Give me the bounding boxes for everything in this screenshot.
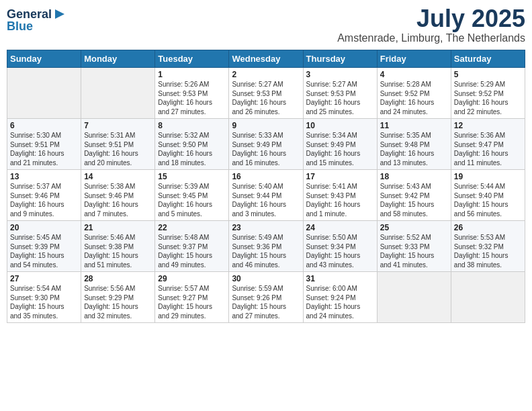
day-number: 28 — [84, 274, 152, 283]
day-number: 16 — [232, 172, 300, 181]
day-info: Sunrise: 5:34 AM Sunset: 9:49 PM Dayligh… — [306, 131, 374, 167]
calendar-cell — [451, 272, 525, 323]
day-number: 14 — [84, 172, 152, 181]
calendar-cell: 10Sunrise: 5:34 AM Sunset: 9:49 PM Dayli… — [303, 119, 377, 170]
calendar-cell: 13Sunrise: 5:37 AM Sunset: 9:46 PM Dayli… — [7, 170, 81, 221]
day-of-week-header: Thursday — [303, 50, 377, 68]
calendar-cell: 7Sunrise: 5:31 AM Sunset: 9:51 PM Daylig… — [81, 119, 155, 170]
day-info: Sunrise: 5:33 AM Sunset: 9:49 PM Dayligh… — [232, 131, 300, 167]
day-number: 25 — [380, 223, 448, 232]
day-number: 30 — [232, 274, 300, 283]
calendar-cell: 4Sunrise: 5:28 AM Sunset: 9:52 PM Daylig… — [377, 68, 451, 119]
calendar-cell: 30Sunrise: 5:59 AM Sunset: 9:26 PM Dayli… — [229, 272, 303, 323]
day-info: Sunrise: 5:44 AM Sunset: 9:40 PM Dayligh… — [454, 182, 522, 218]
day-of-week-header: Tuesday — [155, 50, 229, 68]
calendar-cell: 19Sunrise: 5:44 AM Sunset: 9:40 PM Dayli… — [451, 170, 525, 221]
calendar-cell: 20Sunrise: 5:45 AM Sunset: 9:39 PM Dayli… — [7, 221, 81, 272]
calendar-week-row: 27Sunrise: 5:54 AM Sunset: 9:30 PM Dayli… — [7, 272, 525, 323]
day-number: 3 — [306, 70, 374, 79]
calendar-cell: 29Sunrise: 5:57 AM Sunset: 9:27 PM Dayli… — [155, 272, 229, 323]
day-number: 12 — [454, 121, 522, 130]
day-number: 8 — [158, 121, 226, 130]
day-of-week-header: Sunday — [7, 50, 81, 68]
day-number: 21 — [84, 223, 152, 232]
calendar-cell: 25Sunrise: 5:52 AM Sunset: 9:33 PM Dayli… — [377, 221, 451, 272]
day-number: 7 — [84, 121, 152, 130]
day-info: Sunrise: 5:39 AM Sunset: 9:45 PM Dayligh… — [158, 182, 226, 218]
calendar-cell: 16Sunrise: 5:40 AM Sunset: 9:44 PM Dayli… — [229, 170, 303, 221]
day-info: Sunrise: 5:36 AM Sunset: 9:47 PM Dayligh… — [454, 131, 522, 167]
day-number: 4 — [380, 70, 448, 79]
day-info: Sunrise: 5:45 AM Sunset: 9:39 PM Dayligh… — [10, 233, 78, 269]
day-number: 1 — [158, 70, 226, 79]
day-info: Sunrise: 5:50 AM Sunset: 9:34 PM Dayligh… — [306, 233, 374, 269]
calendar-table: SundayMondayTuesdayWednesdayThursdayFrid… — [7, 50, 525, 323]
calendar-cell: 1Sunrise: 5:26 AM Sunset: 9:53 PM Daylig… — [155, 68, 229, 119]
day-info: Sunrise: 5:57 AM Sunset: 9:27 PM Dayligh… — [158, 284, 226, 320]
calendar-cell: 26Sunrise: 5:53 AM Sunset: 9:32 PM Dayli… — [451, 221, 525, 272]
month-title: July 2025 — [337, 7, 525, 31]
day-number: 15 — [158, 172, 226, 181]
calendar-cell: 6Sunrise: 5:30 AM Sunset: 9:51 PM Daylig… — [7, 119, 81, 170]
day-number: 5 — [454, 70, 522, 79]
day-info: Sunrise: 5:46 AM Sunset: 9:38 PM Dayligh… — [84, 233, 152, 269]
day-info: Sunrise: 5:53 AM Sunset: 9:32 PM Dayligh… — [454, 233, 522, 269]
day-info: Sunrise: 5:32 AM Sunset: 9:50 PM Dayligh… — [158, 131, 226, 167]
day-of-week-header: Wednesday — [229, 50, 303, 68]
calendar-cell — [7, 68, 81, 119]
day-info: Sunrise: 5:41 AM Sunset: 9:43 PM Dayligh… — [306, 182, 374, 218]
logo: General Blue — [7, 7, 66, 34]
day-number: 9 — [232, 121, 300, 130]
calendar-cell: 17Sunrise: 5:41 AM Sunset: 9:43 PM Dayli… — [303, 170, 377, 221]
day-info: Sunrise: 5:35 AM Sunset: 9:48 PM Dayligh… — [380, 131, 448, 167]
day-of-week-header: Friday — [377, 50, 451, 68]
day-info: Sunrise: 5:43 AM Sunset: 9:42 PM Dayligh… — [380, 182, 448, 218]
calendar-cell: 23Sunrise: 5:49 AM Sunset: 9:36 PM Dayli… — [229, 221, 303, 272]
day-info: Sunrise: 5:27 AM Sunset: 9:53 PM Dayligh… — [232, 80, 300, 116]
day-number: 22 — [158, 223, 226, 232]
calendar-week-row: 1Sunrise: 5:26 AM Sunset: 9:53 PM Daylig… — [7, 68, 525, 119]
day-info: Sunrise: 5:38 AM Sunset: 9:46 PM Dayligh… — [84, 182, 152, 218]
logo-icon — [54, 8, 66, 20]
logo-text-blue: Blue — [7, 20, 33, 34]
day-number: 17 — [306, 172, 374, 181]
calendar-cell — [377, 272, 451, 323]
day-info: Sunrise: 5:54 AM Sunset: 9:30 PM Dayligh… — [10, 284, 78, 320]
day-info: Sunrise: 6:00 AM Sunset: 9:24 PM Dayligh… — [306, 284, 374, 320]
day-info: Sunrise: 5:52 AM Sunset: 9:33 PM Dayligh… — [380, 233, 448, 269]
calendar-cell: 31Sunrise: 6:00 AM Sunset: 9:24 PM Dayli… — [303, 272, 377, 323]
day-info: Sunrise: 5:59 AM Sunset: 9:26 PM Dayligh… — [232, 284, 300, 320]
day-number: 19 — [454, 172, 522, 181]
day-info: Sunrise: 5:48 AM Sunset: 9:37 PM Dayligh… — [158, 233, 226, 269]
day-number: 13 — [10, 172, 78, 181]
day-of-week-header: Monday — [81, 50, 155, 68]
day-info: Sunrise: 5:30 AM Sunset: 9:51 PM Dayligh… — [10, 131, 78, 167]
day-number: 26 — [454, 223, 522, 232]
calendar-week-row: 20Sunrise: 5:45 AM Sunset: 9:39 PM Dayli… — [7, 221, 525, 272]
day-number: 31 — [306, 274, 374, 283]
calendar-cell: 24Sunrise: 5:50 AM Sunset: 9:34 PM Dayli… — [303, 221, 377, 272]
calendar-cell: 8Sunrise: 5:32 AM Sunset: 9:50 PM Daylig… — [155, 119, 229, 170]
day-info: Sunrise: 5:56 AM Sunset: 9:29 PM Dayligh… — [84, 284, 152, 320]
calendar-cell: 3Sunrise: 5:27 AM Sunset: 9:53 PM Daylig… — [303, 68, 377, 119]
day-info: Sunrise: 5:40 AM Sunset: 9:44 PM Dayligh… — [232, 182, 300, 218]
calendar-cell: 5Sunrise: 5:29 AM Sunset: 9:52 PM Daylig… — [451, 68, 525, 119]
day-number: 10 — [306, 121, 374, 130]
calendar-cell: 2Sunrise: 5:27 AM Sunset: 9:53 PM Daylig… — [229, 68, 303, 119]
day-info: Sunrise: 5:27 AM Sunset: 9:53 PM Dayligh… — [306, 80, 374, 116]
calendar-cell: 18Sunrise: 5:43 AM Sunset: 9:42 PM Dayli… — [377, 170, 451, 221]
calendar-cell — [81, 68, 155, 119]
calendar-cell: 11Sunrise: 5:35 AM Sunset: 9:48 PM Dayli… — [377, 119, 451, 170]
calendar-cell: 28Sunrise: 5:56 AM Sunset: 9:29 PM Dayli… — [81, 272, 155, 323]
day-number: 18 — [380, 172, 448, 181]
day-info: Sunrise: 5:49 AM Sunset: 9:36 PM Dayligh… — [232, 233, 300, 269]
day-number: 11 — [380, 121, 448, 130]
calendar-cell: 22Sunrise: 5:48 AM Sunset: 9:37 PM Dayli… — [155, 221, 229, 272]
day-number: 23 — [232, 223, 300, 232]
calendar-cell: 27Sunrise: 5:54 AM Sunset: 9:30 PM Dayli… — [7, 272, 81, 323]
day-number: 24 — [306, 223, 374, 232]
day-info: Sunrise: 5:26 AM Sunset: 9:53 PM Dayligh… — [158, 80, 226, 116]
day-info: Sunrise: 5:37 AM Sunset: 9:46 PM Dayligh… — [10, 182, 78, 218]
page-header: General Blue July 2025 Amstenrade, Limbu… — [7, 7, 525, 44]
svg-marker-0 — [55, 9, 64, 19]
